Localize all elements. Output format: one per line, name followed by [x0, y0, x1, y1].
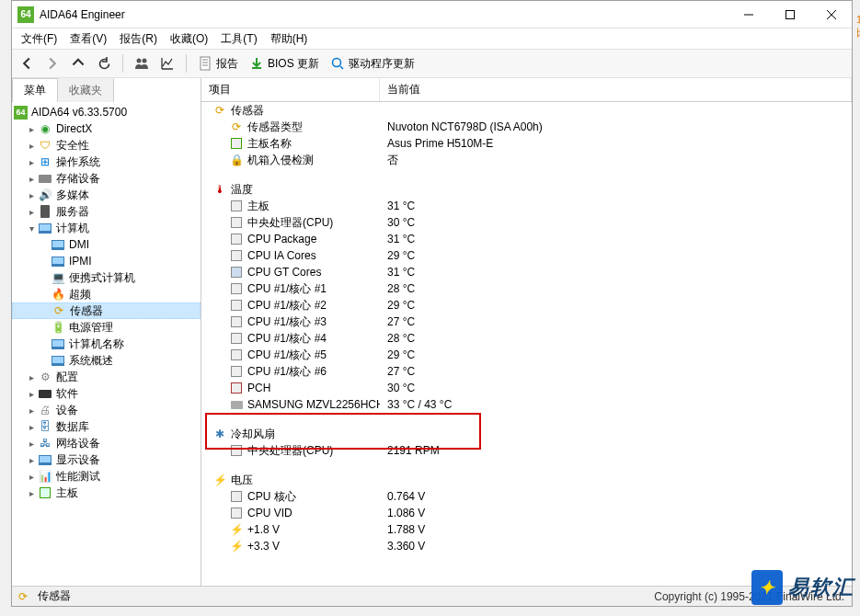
- driver-update-button[interactable]: 驱动程序更新: [327, 56, 419, 72]
- col-field[interactable]: 项目: [201, 78, 380, 101]
- tree-os[interactable]: ▸⊞操作系统: [12, 154, 201, 170]
- tree-sensor[interactable]: ⟳传感器: [12, 302, 201, 319]
- field-value: 29 °C: [380, 299, 852, 312]
- tree-mainboard[interactable]: ▸主板: [12, 485, 201, 501]
- field-value: 27 °C: [380, 315, 852, 328]
- row-temp[interactable]: CPU #1/核心 #529 °C: [201, 347, 852, 363]
- row-temp[interactable]: 中央处理器(CPU)30 °C: [201, 214, 852, 231]
- row-temp[interactable]: CPU Package31 °C: [201, 231, 852, 247]
- tree-portable[interactable]: 💻便携式计算机: [12, 269, 201, 286]
- expand-icon[interactable]: ▸: [25, 207, 38, 217]
- row-mb-name[interactable]: 主板名称Asus Prime H510M-E: [201, 135, 852, 152]
- expand-icon[interactable]: ▸: [25, 141, 38, 151]
- row-temp[interactable]: CPU #1/核心 #128 °C: [201, 280, 852, 297]
- network-icon: 🖧: [38, 436, 52, 451]
- tree-config[interactable]: ▸⚙配置: [12, 369, 201, 385]
- bios-update-button[interactable]: BIOS 更新: [246, 56, 323, 72]
- row-volt[interactable]: ⚡+1.8 V1.788 V: [201, 521, 852, 538]
- row-sensor-type[interactable]: ⟳传感器类型Nuvoton NCT6798D (ISA A00h): [201, 119, 852, 135]
- tree-devices[interactable]: ▸🖨设备: [12, 402, 201, 418]
- expand-icon[interactable]: ▸: [25, 174, 38, 184]
- tree-storage[interactable]: ▸存储设备: [12, 170, 201, 187]
- expand-icon[interactable]: ▸: [25, 422, 38, 432]
- row-temp[interactable]: CPU #1/核心 #327 °C: [201, 314, 852, 330]
- section-sensor: ⟳传感器: [201, 102, 852, 119]
- tree-root[interactable]: 64AIDA64 v6.33.5700: [12, 104, 201, 120]
- fire-icon: 🔥: [51, 287, 65, 302]
- tree-media[interactable]: ▸🔊多媒体: [12, 187, 201, 203]
- svg-point-10: [333, 59, 341, 67]
- grid-body[interactable]: ⟳传感器 ⟳传感器类型Nuvoton NCT6798D (ISA A00h) 主…: [201, 102, 852, 586]
- row-fan[interactable]: 中央处理器(CPU)2191 RPM: [201, 442, 852, 459]
- row-volt[interactable]: ⚡+3.3 V3.360 V: [201, 538, 852, 554]
- expand-icon[interactable]: ▸: [25, 157, 38, 167]
- forward-button[interactable]: [41, 52, 63, 74]
- expand-icon[interactable]: ▸: [25, 439, 38, 449]
- tree-overclock[interactable]: 🔥超频: [12, 286, 201, 302]
- row-temp-pch[interactable]: PCH30 °C: [201, 380, 852, 396]
- row-temp[interactable]: CPU #1/核心 #428 °C: [201, 330, 852, 347]
- row-temp[interactable]: CPU #1/核心 #229 °C: [201, 297, 852, 314]
- row-temp-ssd[interactable]: SAMSUNG MZVL2256HCHQ...33 °C / 43 °C: [201, 396, 852, 413]
- maximize-button[interactable]: [769, 1, 810, 29]
- field-label: CPU #1/核心 #2: [247, 298, 327, 314]
- chart-button[interactable]: [156, 52, 178, 74]
- tree-server[interactable]: ▸服务器: [12, 203, 201, 220]
- statusbar: ⟳ 传感器 Copyright (c) 1995-2021 FinalWire …: [12, 586, 852, 606]
- tree-label: 软件: [56, 386, 78, 402]
- menu-tools[interactable]: 工具(T): [215, 29, 262, 49]
- menu-favorites[interactable]: 收藏(O): [165, 29, 213, 49]
- tab-favorites[interactable]: 收藏夹: [58, 78, 114, 102]
- database-icon: 🗄: [38, 419, 52, 434]
- expand-icon[interactable]: ▸: [25, 472, 38, 482]
- tree-database[interactable]: ▸🗄数据库: [12, 418, 201, 435]
- monitor-icon: [38, 221, 52, 235]
- users-button[interactable]: [131, 52, 153, 74]
- tree-network[interactable]: ▸🖧网络设备: [12, 435, 201, 451]
- minimize-button[interactable]: [728, 1, 769, 29]
- tree-directx[interactable]: ▸◉DirectX: [12, 120, 201, 137]
- row-volt[interactable]: CPU 核心0.764 V: [201, 488, 852, 505]
- tree-software[interactable]: ▸软件: [12, 385, 201, 402]
- up-button[interactable]: [67, 52, 89, 74]
- row-temp[interactable]: 主板31 °C: [201, 198, 852, 214]
- row-temp[interactable]: CPU IA Cores29 °C: [201, 247, 852, 264]
- tree-computer[interactable]: ▾计算机: [12, 220, 201, 236]
- nav-tree[interactable]: 64AIDA64 v6.33.5700 ▸◉DirectX ▸🛡安全性 ▸⊞操作…: [12, 102, 201, 586]
- tree-security[interactable]: ▸🛡安全性: [12, 137, 201, 154]
- expand-icon[interactable]: ▸: [25, 405, 38, 416]
- tree-sysoverview[interactable]: 系统概述: [12, 352, 201, 369]
- tree-label: 便携式计算机: [69, 270, 135, 286]
- field-value: 否: [380, 153, 852, 168]
- report-button[interactable]: 报告: [194, 56, 242, 72]
- menu-file[interactable]: 文件(F): [16, 29, 63, 49]
- refresh-button[interactable]: [93, 52, 115, 74]
- row-volt[interactable]: CPU VID1.086 V: [201, 505, 852, 521]
- menu-help[interactable]: 帮助(H): [265, 29, 314, 49]
- row-intrusion[interactable]: 🔒机箱入侵检测否: [201, 152, 852, 168]
- tab-menu[interactable]: 菜单: [12, 78, 58, 102]
- menu-view[interactable]: 查看(V): [64, 29, 112, 49]
- tree-ipmi[interactable]: IPMI: [12, 253, 201, 269]
- expand-icon[interactable]: ▸: [25, 124, 38, 134]
- watermark-text: 易软汇: [788, 574, 854, 601]
- svg-rect-1: [785, 10, 794, 18]
- driver-label: 驱动程序更新: [349, 56, 415, 72]
- back-button[interactable]: [16, 52, 38, 74]
- menu-report[interactable]: 报告(R): [114, 29, 163, 49]
- tree-power[interactable]: 🔋电源管理: [12, 319, 201, 336]
- tree-perf[interactable]: ▸📊性能测试: [12, 468, 201, 485]
- tree-display[interactable]: ▸显示设备: [12, 451, 201, 468]
- row-temp[interactable]: CPU #1/核心 #627 °C: [201, 363, 852, 380]
- collapse-icon[interactable]: ▾: [25, 223, 38, 234]
- expand-icon[interactable]: ▸: [25, 389, 38, 399]
- expand-icon[interactable]: ▸: [25, 488, 38, 498]
- row-temp[interactable]: CPU GT Cores31 °C: [201, 264, 852, 280]
- tree-compname[interactable]: 计算机名称: [12, 336, 201, 352]
- expand-icon[interactable]: ▸: [25, 190, 38, 200]
- expand-icon[interactable]: ▸: [25, 372, 38, 382]
- tree-dmi[interactable]: DMI: [12, 236, 201, 253]
- expand-icon[interactable]: ▸: [25, 455, 38, 465]
- close-button[interactable]: [810, 1, 852, 29]
- col-value[interactable]: 当前值: [380, 78, 852, 101]
